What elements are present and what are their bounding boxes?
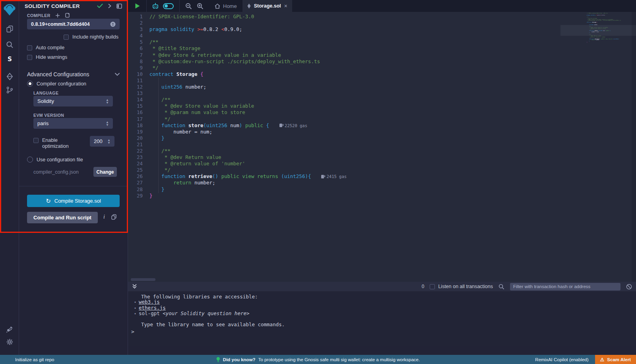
evm-version-select[interactable]: paris ▲▼ (33, 118, 113, 129)
ai-copilot-toggle[interactable] (163, 3, 174, 9)
line-number[interactable]: 26 (128, 173, 149, 180)
terminal-line: Type the library name to see available c… (128, 322, 636, 327)
line-number[interactable]: 16 (128, 109, 149, 116)
code-line: 7 * @dev Store & retrieve value in a var… (128, 52, 347, 58)
line-number[interactable]: 21 (128, 141, 149, 148)
terminal-output[interactable]: The following libraries are accessible:•… (128, 291, 636, 346)
ai-copilot-robot-icon[interactable] (152, 3, 159, 10)
info-icon[interactable]: i (103, 214, 105, 220)
home-button[interactable]: Home (215, 3, 237, 9)
config-file-name: compiler_config.json (33, 169, 79, 175)
collapse-terminal-icon[interactable] (132, 284, 137, 289)
scam-alert-label: Scam Alert (607, 357, 631, 362)
gas-pump-icon (321, 175, 324, 178)
advanced-config-header[interactable]: Advanced Configurations (27, 71, 120, 77)
line-number[interactable]: 23 (128, 154, 149, 161)
line-number[interactable]: 11 (128, 77, 149, 84)
deploy-run-icon[interactable] (0, 70, 19, 83)
use-config-file-radio[interactable] (27, 157, 33, 163)
enable-optimization-checkbox[interactable] (33, 138, 39, 143)
code-line: 5/** (128, 39, 347, 45)
home-label: Home (223, 3, 237, 9)
line-number[interactable]: 15 (128, 103, 149, 109)
code-line: 9 */ (128, 65, 347, 71)
line-number[interactable]: 6 (128, 45, 149, 52)
language-select[interactable]: Solidity ▲▼ (33, 96, 113, 106)
copy-icon[interactable] (111, 214, 116, 220)
minimap-line: } (587, 42, 611, 43)
panel-header: SOLIDITY COMPILER (19, 0, 128, 12)
line-number[interactable]: 8 (128, 58, 149, 65)
line-number[interactable]: 4 (128, 33, 149, 39)
runs-arrows-icon: ▲▼ (107, 139, 111, 144)
terminal-link[interactable]: ethers.js (139, 305, 166, 311)
pin-panel-icon[interactable] (116, 4, 122, 9)
hide-warnings-checkbox[interactable] (27, 55, 32, 60)
gas-estimate[interactable]: 2415 gas (321, 173, 347, 180)
line-number[interactable]: 18 (128, 122, 149, 129)
terminal-link[interactable]: web3.js (139, 299, 160, 305)
git-init-status[interactable]: Initialize as git repo (0, 357, 54, 362)
line-number[interactable]: 24 (128, 161, 149, 167)
remix-logo-icon[interactable] (3, 3, 16, 16)
gas-estimate[interactable]: 22520 gas (279, 122, 307, 129)
scam-alert-badge[interactable]: ⚠ Scam Alert (595, 355, 636, 364)
optimization-runs-value: 200 (94, 138, 103, 144)
compiler-section-label: COMPILER (27, 13, 50, 18)
line-number[interactable]: 7 (128, 52, 149, 58)
line-number[interactable]: 12 (128, 84, 149, 90)
line-number[interactable]: 2 (128, 20, 149, 26)
transaction-filter-input[interactable] (510, 283, 620, 290)
line-number[interactable]: 3 (128, 26, 149, 33)
search-icon[interactable] (0, 38, 19, 51)
run-script-play-icon[interactable] (135, 3, 140, 9)
change-config-button[interactable]: Change (93, 167, 117, 177)
compiler-version-select[interactable]: 0.8.19+commit.7dd6d404 (27, 19, 120, 29)
code-line: 3pragma solidity >=0.8.2 <0.9.0; (128, 26, 347, 33)
clear-console-icon[interactable] (626, 284, 632, 290)
line-number[interactable]: 22 (128, 148, 149, 154)
listen-transactions-checkbox[interactable] (430, 284, 435, 289)
compile-and-run-button[interactable]: Compile and Run script (27, 212, 98, 223)
chevron-right-icon[interactable] (108, 4, 111, 8)
line-number[interactable]: 9 (128, 65, 149, 71)
compiler-config-radio[interactable] (27, 81, 33, 87)
line-number[interactable]: 19 (128, 129, 149, 135)
auto-compile-checkbox[interactable] (27, 45, 32, 50)
compile-and-run-label: Compile and Run script (33, 215, 91, 221)
optimization-runs-input[interactable]: 200 ▲▼ (90, 136, 114, 147)
minimap-line: * @custom:dev-run-script ./scripts/deplo… (587, 20, 611, 21)
zoom-in-icon[interactable] (197, 3, 204, 10)
copilot-status[interactable]: RemixAI Copilot (enabled) (535, 357, 588, 362)
terminal-prompt[interactable]: > (131, 329, 134, 335)
add-compiler-icon[interactable] (55, 13, 60, 18)
minimap[interactable]: // SPDX-License-Identifier: GPL-3.0 prag… (587, 13, 611, 43)
line-number[interactable]: 29 (128, 193, 149, 199)
line-number[interactable]: 17 (128, 116, 149, 122)
file-explorer-icon[interactable] (0, 22, 19, 35)
settings-icon[interactable] (0, 335, 19, 348)
line-number[interactable]: 20 (128, 135, 149, 141)
git-icon[interactable] (0, 83, 19, 96)
line-number[interactable]: 5 (128, 39, 149, 45)
line-number[interactable]: 13 (128, 90, 149, 97)
tip-text: To prototype using the Gnosis safe multi… (258, 357, 420, 362)
solidity-compiler-icon[interactable]: S (0, 52, 19, 65)
zoom-out-icon[interactable] (185, 3, 192, 10)
code-line: 21 (128, 141, 347, 148)
line-number[interactable]: 14 (128, 97, 149, 103)
open-file-icon[interactable] (65, 13, 70, 18)
horizontal-scrollbar-thumb[interactable] (131, 278, 155, 281)
tab-storage-sol[interactable]: Storage.sol × (242, 0, 292, 12)
plugin-manager-icon[interactable] (0, 323, 19, 335)
code-line: 16 * @param num value to store (128, 109, 347, 116)
line-number[interactable]: 10 (128, 71, 149, 77)
line-number[interactable]: 25 (128, 167, 149, 173)
line-number[interactable]: 1 (128, 14, 149, 20)
code-editor[interactable]: 1// SPDX-License-Identifier: GPL-3.023pr… (128, 12, 636, 282)
tab-close-icon[interactable]: × (284, 3, 287, 9)
compile-button[interactable]: ↻ Compile Storage.sol (27, 195, 120, 207)
line-number[interactable]: 28 (128, 186, 149, 193)
line-number[interactable]: 27 (128, 180, 149, 186)
include-nightly-checkbox[interactable] (64, 35, 69, 40)
